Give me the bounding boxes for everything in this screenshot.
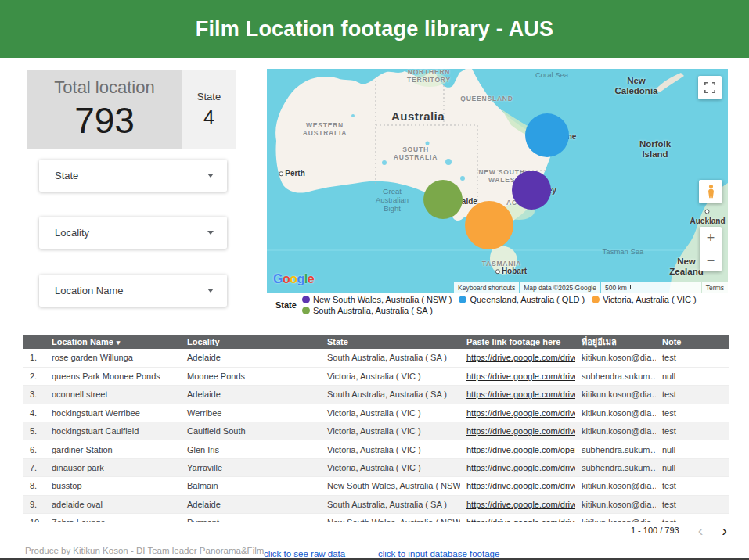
sort-desc-icon [113,337,121,346]
cell-footage-link[interactable]: https://drive.google.com/drive… [460,514,575,522]
map-scale: 500 km [601,282,701,293]
new-caledonia-landmass [656,73,684,92]
cell-note: test [656,386,729,404]
cell-email: kitikun.koson@dia… [575,422,656,440]
next-page-icon[interactable]: › [722,522,727,538]
cell-state: Victoria, Australia ( VIC ) [321,367,460,385]
cell-state: New South Wales, Australia ( NSW ) [321,514,460,522]
adelaide oval: 9. adelaide oval Adelaide South Australi… [23,495,729,513]
cell-locality: Balmain [181,477,321,495]
legend-title: State [275,300,302,310]
legend-item: South Australia, Australia ( SA ) [302,306,433,315]
map-canvas[interactable]: NORTHERN TERRITORYQUEENSLANDAustraliaWES… [267,69,728,293]
filter-location-name[interactable]: Location Name [39,275,227,307]
marker-qld[interactable] [525,113,569,157]
cell-footage-link[interactable]: https://drive.google.com/drive… [460,386,575,404]
legend-label: Victoria, Australia ( VIC ) [603,295,697,304]
col-header-email[interactable]: ที่อยู่อีเมล [575,335,656,349]
cell-footage-link[interactable]: https://drive.google.com/drive… [460,422,575,440]
cell-state: South Australia, Australia ( SA ) [321,349,460,367]
google-logo[interactable]: Google [273,272,314,286]
zoom-out-button[interactable]: − [700,249,722,271]
col-header-location-name[interactable]: Location Name [45,335,181,349]
cell-state: New South Wales, Australia ( NSW ) [321,477,460,495]
cell-footage-link[interactable]: https://drive.google.com/open… [460,440,575,458]
cell-index: 8. [23,477,45,495]
total-location-label: Total location [54,77,154,98]
hockingstuart Werribee: 4. hockingstuart Werribee Werribee Victo… [23,404,729,422]
col-header-state[interactable]: State [321,335,460,349]
rose garden Willunga: 1. rose garden Willunga Adelaide South A… [23,349,729,367]
cell-footage-link[interactable]: https://drive.google.com/drive… [460,477,575,495]
page-range: 1 - 100 / 793 [631,526,679,535]
cell-location-name: hockingstuart Caulfield [45,422,181,440]
cell-locality: Moonee Ponds [181,367,321,385]
col-header-footage-link[interactable]: Paste link footage here [460,335,575,349]
Zebra Lounge: 10. Zebra Lounge Pyrmont New South Wales… [23,514,729,522]
cell-footage-link[interactable]: https://drive.google.com/drive… [460,404,575,422]
col-header-note[interactable]: Note [656,335,729,349]
cell-note: test [656,404,729,422]
filter-label: Locality [39,227,207,239]
terms-link[interactable]: Terms [702,282,728,293]
cell-footage-link[interactable]: https://drive.google.com/drive… [460,495,575,513]
cell-index: 10. [23,514,45,522]
scale-bar [630,285,697,289]
cell-index: 6. [23,440,45,458]
map-legend: State New South Wales, Australia ( NSW )… [267,295,728,315]
cell-locality: Adelaide [181,386,321,404]
legend-dot-icon [302,296,310,303]
prev-page-icon[interactable]: ‹ [698,522,704,538]
filter-locality[interactable]: Locality [39,217,227,249]
map-data-text: Map data ©2025 Google [520,282,600,293]
cell-location-name: hockingstuart Werribee [45,404,181,422]
keyboard-shortcuts-link[interactable]: Keyboard shortcuts [454,282,519,293]
marker-vic[interactable] [465,201,513,249]
map-attribution: Keyboard shortcuts Map data ©2025 Google… [453,282,728,293]
marker-nsw[interactable] [512,171,551,210]
filter-label: Location Name [39,285,207,296]
cell-email: kitikun.koson@dia… [575,514,656,522]
cell-location-name: gardiner Station [45,440,181,458]
cell-email: kitikun.koson@dia… [575,495,656,513]
cell-index: 3. [23,386,45,404]
gardiner Station: 6. gardiner Station Glen Iris Victoria, … [23,440,729,458]
cell-state: Victoria, Australia ( VIC ) [321,458,460,476]
chevron-down-icon [207,174,214,178]
cell-locality: Yarraville [181,458,321,476]
state-count-value: 4 [203,106,214,129]
legend-label: Queensland, Australia ( QLD ) [470,295,585,304]
cell-email: subhendra.sukum… [575,458,656,476]
cell-index: 9. [23,495,45,513]
col-header-locality[interactable]: Locality [181,335,321,349]
cell-location-name: Zebra Lounge [45,514,181,522]
cell-footage-link[interactable]: https://drive.google.com/drive… [460,349,575,367]
filter-state[interactable]: State [39,160,227,192]
pegman-button[interactable] [699,180,722,203]
filter-label: State [39,170,207,181]
cell-index: 7. [23,458,45,476]
dinausor park: 7. dinausor park Yarraville Victoria, Au… [23,458,729,476]
page-title: Film Location footage library - AUS [196,17,554,41]
table-header-row: Location Name Locality State Paste link … [23,335,729,349]
state-count-card: State 4 [182,70,236,149]
cell-locality: Werribee [181,404,321,422]
legend-item: Queensland, Australia ( QLD ) [459,295,585,304]
fullscreen-button[interactable] [698,76,722,99]
zoom-control: + − [700,227,722,271]
queens Park Moonee Ponds: 2. queens Park Moonee Ponds Moonee Ponds… [23,367,729,385]
cell-state: Victoria, Australia ( VIC ) [321,440,460,458]
cell-index: 1. [23,349,45,367]
cell-email: subhendra.sukum… [575,367,656,385]
marker-sa[interactable] [423,180,463,219]
legend-dot-icon [302,307,310,314]
cell-index: 2. [23,367,45,385]
total-location-value: 793 [74,99,135,142]
cell-footage-link[interactable]: https://drive.google.com/drive… [460,458,575,476]
cell-email: kitikun.koson@dia… [575,477,656,495]
cell-note: test [656,422,729,440]
cell-footage-link[interactable]: https://drive.google.com/drive… [460,367,575,385]
cell-locality: Caulfield South [181,422,321,440]
zoom-in-button[interactable]: + [700,227,722,249]
cell-locality: Glen Iris [181,440,321,458]
